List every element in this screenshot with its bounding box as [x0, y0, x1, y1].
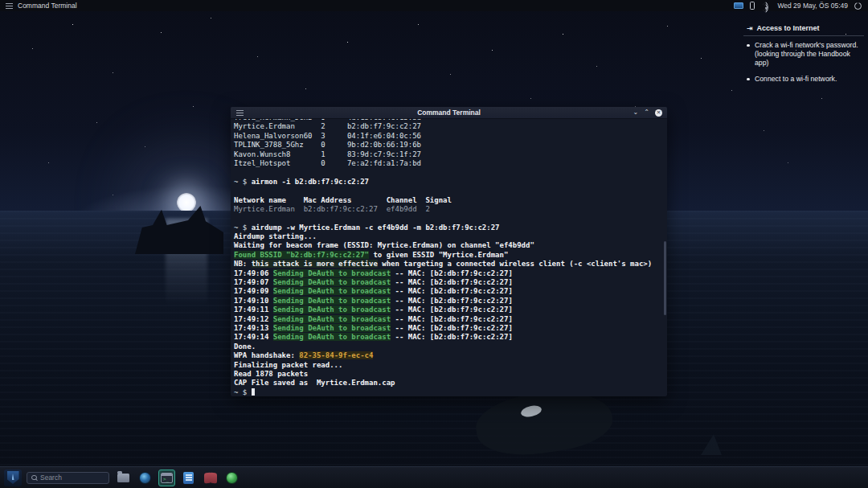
- connections-app-button[interactable]: [223, 470, 240, 486]
- terminal-line: 17:49:13 Sending DeAuth to broadcast -- …: [234, 324, 664, 333]
- terminal-line: Helena_Halvorson60 3 04:1f:e6:04:0c:56: [234, 132, 664, 141]
- desktop: Command Terminal Wed 29 May, ÖS 05:49 ⇥ …: [0, 0, 868, 488]
- terminal-line: Network name Mac Address Channel Signal: [234, 196, 664, 205]
- terminal-window: Command Terminal ⌄ ⌃ ✕ Treva_Hermann_5Gh…: [231, 107, 667, 396]
- power-icon[interactable]: [854, 2, 862, 10]
- terminal-line: ~ $ airdump -w Myrtice.Erdman -c ef4b9dd…: [234, 223, 664, 232]
- moon: [177, 193, 196, 212]
- terminal-line: 17:49:12 Sending DeAuth to broadcast -- …: [234, 315, 664, 324]
- display-icon[interactable]: [734, 2, 743, 9]
- terminal-line: ~ $: [234, 388, 664, 396]
- terminal-body[interactable]: Treva_Hermann_5Ghz 0 4d:1b:c8:4c:13:bdMy…: [231, 119, 667, 396]
- phone-icon[interactable]: [750, 2, 755, 10]
- terminal-line: Finalizing packet read...: [234, 361, 664, 370]
- os-logo-icon: [7, 471, 19, 484]
- wifi-icon[interactable]: [761, 2, 771, 10]
- terminal-line: [234, 187, 664, 195]
- terminal-line: 17:49:09 Sending DeAuth to broadcast -- …: [234, 287, 664, 296]
- browser-app-button[interactable]: [137, 470, 154, 486]
- taskbar-apps: [115, 470, 240, 486]
- clock: Wed 29 May, ÖS 05:49: [777, 2, 848, 10]
- active-window-title: Command Terminal: [18, 2, 77, 10]
- objectives-list: Crack a wi-fi network's password. (looki…: [743, 41, 864, 91]
- objectives-header: ⇥ Access to Internet: [743, 23, 864, 36]
- notes-app-button[interactable]: [180, 470, 197, 486]
- terminal-line: Done.: [234, 342, 664, 351]
- close-button[interactable]: ✕: [655, 109, 662, 117]
- terminal-line: Itzel_Hotspot 0 7e:a2:fd:a1:7a:bd: [234, 159, 664, 168]
- search-input[interactable]: [40, 474, 104, 482]
- terminal-line: 17:49:11 Sending DeAuth to broadcast -- …: [234, 306, 664, 314]
- terminal-line: 17:49:06 Sending DeAuth to broadcast -- …: [234, 269, 664, 278]
- scrollbar-thumb[interactable]: [664, 241, 666, 315]
- notes-icon: [183, 472, 194, 484]
- objective-item: Connect to a wi-fi network.: [743, 75, 864, 91]
- handbook-app-button[interactable]: [202, 470, 219, 486]
- terminal-line: ~ $ airmon -i b2:db:f7:9c:c2:27: [234, 178, 664, 187]
- terminal-output: Treva_Hermann_5Ghz 0 4d:1b:c8:4c:13:bdMy…: [234, 119, 664, 396]
- terminal-line: Myrtice.Erdman b2:db:f7:9c:c2:27 ef4b9dd…: [234, 205, 664, 214]
- taskbar: [0, 466, 868, 488]
- menu-icon[interactable]: [6, 3, 13, 9]
- start-button[interactable]: [4, 470, 22, 486]
- objectives-panel: ⇥ Access to Internet Crack a wi-fi netwo…: [743, 23, 864, 91]
- terminal-line: Waiting for beacon frame (ESSID: Myrtice…: [234, 241, 664, 250]
- goal-arrow-icon: ⇥: [747, 24, 753, 32]
- terminal-line: [234, 168, 664, 177]
- top-system-bar: Command Terminal Wed 29 May, ÖS 05:49: [0, 0, 868, 11]
- terminal-app-button[interactable]: [158, 470, 175, 486]
- terminal-titlebar[interactable]: Command Terminal ⌄ ⌃ ✕: [231, 107, 667, 119]
- folder-icon: [117, 474, 129, 482]
- minimize-button[interactable]: ⌄: [633, 109, 639, 117]
- terminal-line: Read 1878 packets: [234, 370, 664, 379]
- terminal-line: CAP File saved as Myrtice.Erdman.cap: [234, 379, 664, 388]
- browser-globe-icon: [139, 472, 151, 484]
- handbook-icon: [204, 473, 217, 483]
- terminal-line: Airdump starting...: [234, 232, 664, 241]
- objective-item: Crack a wi-fi network's password. (looki…: [743, 41, 864, 75]
- terminal-icon: [161, 473, 173, 483]
- terminal-line: 17:49:14 Sending DeAuth to broadcast -- …: [234, 333, 664, 342]
- terminal-line: WPA handshake: 82-35-84-9f-ec-c4: [234, 351, 664, 360]
- files-app-button[interactable]: [115, 470, 132, 486]
- terminal-line: Found BSSID "b2:db:f7:9c:c2:27" to given…: [234, 251, 664, 260]
- terminal-line: NB: this attack is more effective when t…: [234, 260, 664, 269]
- terminal-title: Command Terminal: [231, 109, 667, 117]
- terminal-line: Kavon.Wunsch8 1 83:9d:c7:9c:1f:27: [234, 150, 664, 159]
- terminal-line: [234, 214, 664, 223]
- objectives-title: Access to Internet: [757, 24, 820, 32]
- terminal-line: TPLINK_3788_5Ghz 0 9b:d2:0b:66:19:6b: [234, 141, 664, 150]
- search-icon: [31, 475, 37, 481]
- terminal-line: 17:49:10 Sending DeAuth to broadcast -- …: [234, 297, 664, 306]
- maximize-button[interactable]: ⌃: [644, 109, 649, 117]
- terminal-line: 17:49:07 Sending DeAuth to broadcast -- …: [234, 278, 664, 287]
- fin-silhouette: [701, 434, 722, 455]
- terminal-line: Myrtice.Erdman 2 b2:db:f7:9c:c2:27: [234, 122, 664, 131]
- search-box[interactable]: [27, 472, 109, 484]
- green-globe-icon: [226, 472, 238, 484]
